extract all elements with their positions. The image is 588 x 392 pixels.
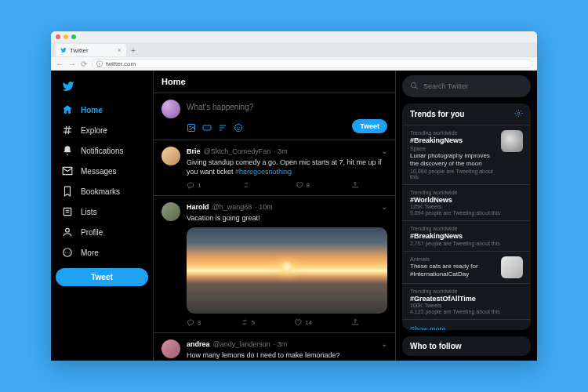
nav-notifications[interactable]: Notifications — [56, 141, 148, 160]
trend-tweets: 5,094 people are Tweeting about this — [410, 210, 523, 216]
reply-button[interactable]: 3 — [187, 318, 201, 326]
twitter-logo-icon[interactable] — [56, 77, 148, 99]
nav-bookmarks[interactable]: Bookmarks — [56, 182, 148, 201]
trend-context: Trending worldwide — [410, 190, 523, 195]
browser-window: Twitter × + ← → ⟳ ⓘ twitter.com Home Exp… — [51, 31, 537, 361]
svg-point-8 — [235, 125, 242, 132]
trend-context: Trending worldwide — [410, 130, 496, 136]
nav-profile[interactable]: Profile — [56, 223, 148, 241]
tweet-image[interactable] — [187, 227, 387, 314]
tweet-text: Vacation is going great! — [187, 213, 387, 223]
nav-label: Home — [81, 106, 103, 114]
trend-tweets: 4,123 people are Tweeting about this — [410, 309, 523, 314]
like-button[interactable]: 14 — [294, 318, 312, 326]
compose-input[interactable]: What's happening? — [187, 100, 387, 114]
tweet-author: andrea — [187, 340, 210, 348]
trends-header: Trends for you — [410, 110, 464, 118]
tweet[interactable]: Harold @h_wang88 · 10m ⌄ Vacation is goi… — [154, 196, 395, 333]
tweet[interactable]: andrea @andy_landerson · 3m ⌄ How many l… — [154, 333, 395, 361]
show-more-link[interactable]: Show more — [402, 320, 531, 330]
trend-tag: #GreatestOfAllTime — [410, 295, 523, 303]
chevron-down-icon[interactable]: ⌄ — [381, 202, 387, 211]
svg-rect-7 — [203, 125, 211, 130]
tweet-author: Harold — [187, 203, 209, 211]
like-button[interactable]: 8 — [296, 181, 310, 189]
chevron-down-icon[interactable]: ⌄ — [381, 339, 387, 348]
tabs-bar: Twitter × + — [51, 42, 537, 56]
svg-point-9 — [237, 127, 238, 128]
who-to-follow-panel: Who to follow — [402, 336, 531, 356]
trend-item[interactable]: Trending worldwide #BreakingNews Space L… — [402, 125, 531, 185]
profile-icon — [62, 227, 73, 238]
info-icon: ⓘ — [96, 60, 103, 68]
nav-more[interactable]: More — [56, 243, 148, 262]
gif-icon[interactable] — [202, 122, 212, 131]
svg-point-3 — [67, 252, 67, 252]
retweet-button[interactable] — [242, 181, 253, 189]
hashtag[interactable]: #heregoesnothing — [235, 168, 292, 176]
trend-item[interactable]: Animals These cats are ready for #Intern… — [402, 252, 531, 284]
avatar[interactable] — [162, 202, 180, 221]
trend-item[interactable]: Trending worldwide #WorldNews 125K Tweet… — [402, 185, 531, 221]
trend-item[interactable]: Trending worldwide #GreatestOfAllTime 10… — [402, 284, 531, 320]
trend-count: 10,094 people are Tweeting about this — [410, 169, 496, 180]
browser-tab[interactable]: Twitter × — [56, 44, 126, 56]
sidebar-tweet-button[interactable]: Tweet — [56, 268, 148, 286]
tab-close-icon[interactable]: × — [118, 46, 122, 54]
window-close-button[interactable] — [56, 34, 60, 39]
image-icon[interactable] — [187, 122, 196, 131]
gear-icon[interactable] — [514, 109, 523, 119]
nav-label: Notifications — [81, 147, 123, 155]
new-tab-button[interactable]: + — [131, 46, 136, 56]
svg-point-2 — [65, 252, 66, 252]
back-button[interactable]: ← — [56, 60, 64, 68]
share-button[interactable] — [351, 318, 359, 326]
nav-label: Bookmarks — [81, 187, 120, 196]
search-input[interactable] — [423, 82, 523, 90]
reload-button[interactable]: ⟳ — [81, 60, 87, 68]
reply-button[interactable]: 1 — [187, 181, 201, 189]
tweet-time: · 3m — [274, 340, 288, 348]
svg-point-11 — [411, 82, 416, 87]
poll-icon[interactable] — [218, 122, 227, 131]
forward-button[interactable]: → — [68, 60, 76, 68]
trend-tag: #BreakingNews — [410, 232, 523, 240]
search-box[interactable] — [402, 75, 531, 97]
compose-tweet-button[interactable]: Tweet — [352, 119, 387, 133]
emoji-icon[interactable] — [234, 122, 243, 131]
window-maximize-button[interactable] — [71, 34, 76, 39]
svg-point-6 — [190, 126, 191, 128]
more-icon — [62, 247, 73, 258]
nav-label: Explore — [81, 126, 107, 135]
avatar[interactable] — [162, 147, 180, 165]
twitter-favicon-icon — [60, 47, 67, 53]
tweet-author: Brie — [187, 147, 201, 155]
trend-tweets: 2,757 people are Tweeting about this — [410, 241, 523, 246]
list-icon — [62, 206, 73, 217]
svg-point-0 — [66, 228, 70, 232]
nav-messages[interactable]: Messages — [56, 162, 148, 180]
tweet[interactable]: Brie @Sktch_ComedyFan · 3m ⌄ Giving stan… — [154, 140, 395, 196]
avatar[interactable] — [162, 339, 180, 358]
nav-lists[interactable]: Lists — [56, 202, 148, 221]
svg-point-4 — [69, 252, 70, 252]
nav-home[interactable]: Home — [56, 100, 148, 119]
bell-icon — [62, 145, 73, 156]
window-minimize-button[interactable] — [64, 34, 68, 39]
share-button[interactable] — [351, 181, 359, 189]
url-text: twitter.com — [106, 60, 136, 67]
retweet-button[interactable]: 5 — [241, 318, 255, 326]
tab-title: Twitter — [70, 47, 89, 54]
url-field[interactable]: ⓘ twitter.com — [92, 59, 532, 68]
trend-context: Animals — [410, 256, 496, 262]
chevron-down-icon[interactable]: ⌄ — [381, 147, 387, 155]
address-bar: ← → ⟳ ⓘ twitter.com — [51, 56, 537, 71]
user-avatar[interactable] — [162, 100, 180, 118]
nav-label: Lists — [81, 208, 97, 216]
search-icon — [410, 79, 419, 93]
nav-explore[interactable]: Explore — [56, 121, 148, 140]
bookmark-icon — [62, 186, 73, 197]
svg-point-10 — [239, 127, 240, 128]
trend-item[interactable]: Trending worldwide #BreakingNews 2,757 p… — [402, 221, 531, 252]
envelope-icon — [62, 165, 73, 176]
